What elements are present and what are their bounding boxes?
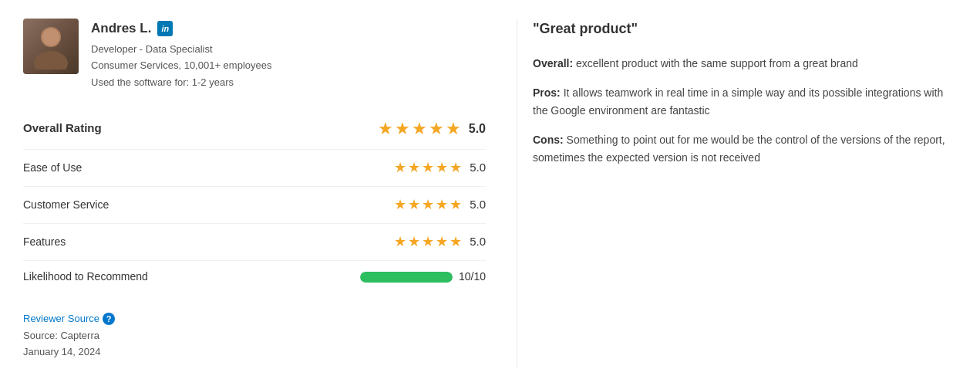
features-value: 5.0 — [470, 233, 486, 251]
stars-customer: ★ ★ ★ ★ ★ — [394, 195, 462, 215]
pros-label: Pros: — [533, 86, 561, 99]
customer-service-row: Customer Service ★ ★ ★ ★ ★ 5.0 — [23, 187, 486, 224]
cons-text-content: Something to point out for me would be t… — [533, 134, 945, 163]
star-4: ★ — [429, 116, 444, 141]
ease-star-1: ★ — [394, 157, 406, 178]
features-label: Features — [23, 234, 162, 250]
reviewer-source-text: Reviewer Source — [23, 311, 99, 327]
profile-company: Consumer Services, 10,001+ employees — [91, 58, 486, 73]
reviewer-source-section: Reviewer Source ? Source: Capterra Janua… — [23, 311, 486, 360]
overall-label: Overall: — [533, 57, 573, 69]
features-star-4: ★ — [436, 232, 448, 252]
cons-label: Cons: — [533, 134, 564, 146]
features-stars: ★ ★ ★ ★ ★ 5.0 — [394, 232, 486, 252]
linkedin-icon[interactable]: in — [157, 21, 173, 36]
ease-of-use-value: 5.0 — [470, 159, 486, 177]
reviewer-source-label[interactable]: Reviewer Source ? — [23, 311, 486, 327]
features-star-5: ★ — [450, 232, 462, 252]
profile-name: Andres L. — [91, 19, 151, 39]
ease-of-use-label: Ease of Use — [23, 160, 162, 176]
review-title: "Great product" — [533, 19, 957, 39]
ease-star-4: ★ — [436, 157, 448, 178]
star-3: ★ — [412, 116, 427, 141]
likelihood-label: Likelihood to Recommend — [23, 269, 148, 285]
avatar — [23, 19, 79, 74]
ease-of-use-row: Ease of Use ★ ★ ★ ★ ★ 5.0 — [23, 150, 486, 187]
likelihood-right: 10/10 — [360, 269, 486, 285]
stars-ease: ★ ★ ★ ★ ★ — [394, 157, 462, 178]
features-star-3: ★ — [422, 232, 434, 252]
ease-star-5: ★ — [450, 157, 462, 178]
pros-section: Pros: It allows teamwork in real time in… — [533, 84, 957, 119]
star-1: ★ — [378, 116, 393, 141]
overall-section: Overall: excellent product with the same… — [533, 55, 957, 72]
customer-star-4: ★ — [436, 195, 448, 215]
profile-section: Andres L. in Developer - Data Specialist… — [23, 19, 486, 90]
left-panel: Andres L. in Developer - Data Specialist… — [23, 19, 486, 367]
stars-overall: ★ ★ ★ ★ ★ — [378, 116, 461, 141]
customer-star-2: ★ — [408, 195, 420, 215]
overall-rating-row: Overall Rating ★ ★ ★ ★ ★ 5.0 — [23, 108, 486, 150]
likelihood-row: Likelihood to Recommend 10/10 — [23, 261, 486, 293]
pros-text-content: It allows teamwork in real time in a sim… — [533, 86, 943, 116]
overall-rating-stars: ★ ★ ★ ★ ★ 5.0 — [378, 116, 486, 141]
profile-role: Developer - Data Specialist — [91, 42, 486, 57]
source-date: January 14, 2024 — [23, 344, 486, 360]
overall-text-content: excellent product with the same support … — [576, 57, 858, 69]
profile-usage: Used the software for: 1-2 years — [91, 75, 486, 90]
star-5: ★ — [446, 116, 461, 141]
ease-star-3: ★ — [422, 157, 434, 178]
stars-features: ★ ★ ★ ★ ★ — [394, 232, 462, 252]
ratings-section: Overall Rating ★ ★ ★ ★ ★ 5.0 Ease of Use — [23, 108, 486, 293]
overall-rating-value: 5.0 — [469, 120, 486, 138]
customer-star-5: ★ — [450, 195, 462, 215]
ease-of-use-stars: ★ ★ ★ ★ ★ 5.0 — [394, 157, 486, 178]
customer-star-3: ★ — [422, 195, 434, 215]
likelihood-score: 10/10 — [459, 269, 486, 285]
ease-star-2: ★ — [408, 157, 420, 178]
svg-point-2 — [42, 29, 59, 46]
customer-service-stars: ★ ★ ★ ★ ★ 5.0 — [394, 195, 486, 215]
features-row: Features ★ ★ ★ ★ ★ 5.0 — [23, 224, 486, 261]
overall-rating-label: Overall Rating — [23, 120, 162, 137]
svg-point-1 — [34, 51, 68, 69]
info-icon[interactable]: ? — [103, 313, 115, 325]
customer-service-label: Customer Service — [23, 197, 162, 213]
source-name: Source: Capterra — [23, 328, 486, 344]
progress-bar-container — [360, 272, 453, 283]
star-2: ★ — [395, 116, 410, 141]
progress-bar-fill — [360, 272, 453, 283]
review-container: Andres L. in Developer - Data Specialist… — [0, 0, 980, 386]
right-panel: "Great product" Overall: excellent produ… — [517, 19, 957, 367]
customer-star-1: ★ — [394, 195, 406, 215]
cons-section: Cons: Something to point out for me woul… — [533, 131, 957, 166]
features-star-2: ★ — [408, 232, 420, 252]
customer-service-value: 5.0 — [470, 196, 486, 214]
profile-info: Andres L. in Developer - Data Specialist… — [91, 19, 486, 90]
profile-name-row: Andres L. in — [91, 19, 486, 39]
features-star-1: ★ — [394, 232, 406, 252]
